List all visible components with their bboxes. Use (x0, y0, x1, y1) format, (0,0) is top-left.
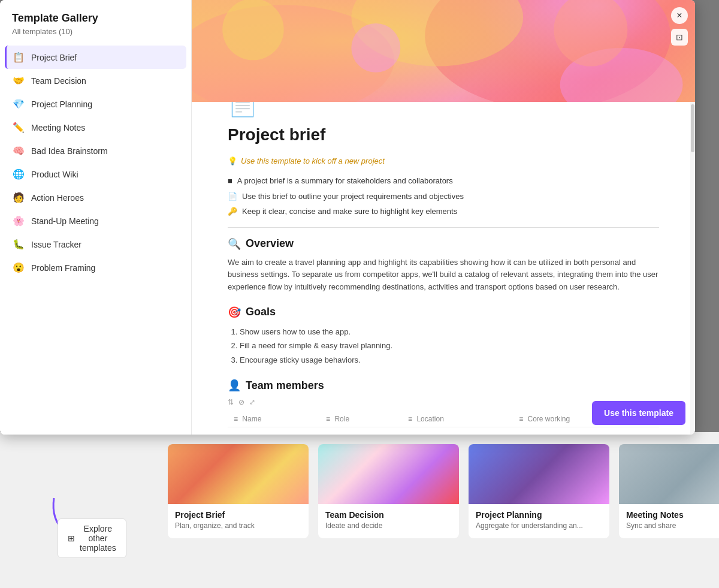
sidebar-label-problem-framing: Problem Framing (31, 263, 95, 273)
core-col-icon: ≡ (519, 415, 523, 423)
overview-heading-text: Overview (246, 237, 294, 250)
bad-idea-icon: 🧠 (12, 145, 25, 156)
col-name-label: Name (242, 415, 261, 423)
sidebar-label-stand-up: Stand-Up Meeting (31, 216, 99, 226)
modal-title: Template Gallery (12, 12, 179, 25)
banner-svg (192, 0, 695, 102)
template-gallery-modal: Template Gallery All templates (10) 📋 Pr… (0, 0, 695, 435)
use-template-button[interactable]: Use this template (592, 401, 685, 425)
sidebar-header: Template Gallery All templates (10) (0, 0, 191, 41)
goal-2: Fill a need for simple & easy travel pla… (240, 339, 659, 352)
expand-button[interactable]: ⊡ (671, 29, 688, 46)
card-desc-team-decision: Ideate and decide (325, 521, 452, 530)
close-button[interactable]: × (671, 7, 688, 24)
goals-heading-text: Goals (246, 306, 276, 318)
card-title-team-decision: Team Decision (325, 510, 452, 520)
sidebar-item-bad-idea-brainstorm[interactable]: 🧠 Bad Idea Brainstorm (5, 139, 186, 162)
sidebar-item-product-wiki[interactable]: 🌐 Product Wiki (5, 162, 186, 186)
location-col-icon: ≡ (408, 415, 412, 423)
sidebar-label-product-wiki: Product Wiki (31, 170, 78, 179)
card-image-team-decision (318, 444, 459, 504)
card-meeting-notes[interactable]: Meeting Notes Sync and share (619, 444, 719, 538)
sidebar-item-issue-tracker[interactable]: 🐛 Issue Tracker (5, 233, 186, 256)
sidebar-label-issue-tracker: Issue Tracker (31, 240, 81, 249)
sidebar-label-team-decision: Team Decision (31, 76, 86, 86)
col-name: ≡ Name (228, 411, 320, 427)
main-content: 📄 Project brief 💡 Use this template to k… (192, 0, 695, 435)
svg-point-8 (222, 0, 283, 60)
template-sidebar: Template Gallery All templates (10) 📋 Pr… (0, 0, 192, 435)
document-icon: 📄 (228, 102, 659, 118)
team-heading: 👤 Team members (228, 379, 659, 392)
meeting-notes-icon: ✏️ (12, 122, 25, 133)
team-decision-icon: 🤝 (12, 75, 25, 86)
card-image-meeting-notes (619, 444, 719, 504)
sidebar-label-action-heroes: Action Heroes (31, 193, 84, 203)
sort-icon: ⇅ (228, 398, 234, 406)
modal-subtitle: All templates (10) (12, 27, 179, 36)
table-cell (320, 427, 402, 435)
sidebar-item-problem-framing[interactable]: 😮 Problem Framing (5, 256, 186, 279)
sidebar-item-project-brief[interactable]: 📋 Project Brief (5, 46, 186, 69)
col-core-label: Core working (527, 415, 570, 423)
card-project-brief[interactable]: Project Brief Plan, organize, and track (168, 444, 309, 538)
goals-heading: 🎯 Goals (228, 306, 659, 319)
banner-shapes (192, 0, 695, 102)
bullet-2: 📄 Use this brief to outline your project… (228, 191, 659, 203)
role-col-icon: ≡ (326, 415, 330, 423)
col-location: ≡ Location (402, 411, 513, 427)
col-role: ≡ Role (320, 411, 402, 427)
goals-list: Show users how to use the app. Fill a ne… (228, 325, 659, 367)
stand-up-icon: 🌸 (12, 215, 25, 227)
card-project-planning[interactable]: Project Planning Aggregate for understan… (469, 444, 609, 538)
bullet-icon-3: 🔑 (228, 206, 237, 218)
card-team-decision[interactable]: Team Decision Ideate and decide (318, 444, 459, 538)
sidebar-label-project-planning: Project Planning (31, 99, 92, 109)
bullet-text-3: Keep it clear, concise and make sure to … (242, 206, 457, 218)
card-title-project-planning: Project Planning (476, 510, 602, 520)
divider (228, 227, 659, 228)
product-wiki-icon: 🌐 (12, 168, 25, 180)
name-col-icon: ≡ (234, 415, 238, 423)
bullet-text-2: Use this brief to outline your project r… (242, 191, 464, 203)
overview-text: We aim to create a travel planning app a… (228, 257, 659, 294)
expand-icon: ⤢ (249, 398, 255, 406)
sidebar-item-project-planning[interactable]: 💎 Project Planning (5, 92, 186, 116)
bullet-3: 🔑 Keep it clear, concise and make sure t… (228, 206, 659, 218)
grid-icon: ⊞ (68, 533, 75, 543)
overview-icon: 🔍 (228, 237, 241, 251)
table-cell (513, 427, 659, 435)
problem-framing-icon: 😮 (12, 262, 25, 273)
goals-icon: 🎯 (228, 306, 241, 319)
close-icon: × (676, 10, 682, 21)
sidebar-item-action-heroes[interactable]: 🧑 Action Heroes (5, 186, 186, 209)
card-desc-project-planning: Aggregate for understanding an... (476, 521, 602, 530)
sidebar-label-project-brief: Project Brief (31, 53, 77, 62)
overview-heading: 🔍 Overview (228, 237, 659, 251)
goal-1: Show users how to use the app. (240, 325, 659, 339)
card-title-project-brief: Project Brief (175, 510, 301, 520)
document-bullets: ■ A project brief is a summary for stake… (228, 175, 659, 218)
template-banner (192, 0, 695, 102)
explore-templates-label: Explore other templates (80, 524, 116, 553)
card-desc-project-brief: Plan, organize, and track (175, 521, 301, 530)
filter-icon: ⊘ (238, 398, 244, 406)
explore-templates-button[interactable]: ⊞ Explore other templates (58, 518, 126, 558)
project-brief-icon: 📋 (12, 52, 25, 63)
hint-text: Use this template to kick off a new proj… (241, 156, 385, 165)
hint-icon: 💡 (228, 156, 237, 165)
project-planning-icon: 💎 (12, 98, 25, 110)
bullet-icon-2: 📄 (228, 191, 237, 203)
sidebar-item-meeting-notes[interactable]: ✏️ Meeting Notes (5, 116, 186, 139)
sidebar-label-meeting-notes: Meeting Notes (31, 123, 85, 132)
expand-modal-icon: ⊡ (676, 32, 683, 42)
sidebar-item-stand-up-meeting[interactable]: 🌸 Stand-Up Meeting (5, 209, 186, 233)
team-heading-text: Team members (246, 379, 324, 392)
table-cell (402, 427, 513, 435)
action-heroes-icon: 🧑 (12, 192, 25, 203)
card-desc-meeting-notes: Sync and share (626, 521, 719, 530)
table-row: — (228, 427, 659, 435)
sidebar-item-team-decision[interactable]: 🤝 Team Decision (5, 69, 186, 92)
scroll-thumb (691, 104, 694, 152)
goal-3: Encourage sticky usage behaviors. (240, 353, 659, 367)
